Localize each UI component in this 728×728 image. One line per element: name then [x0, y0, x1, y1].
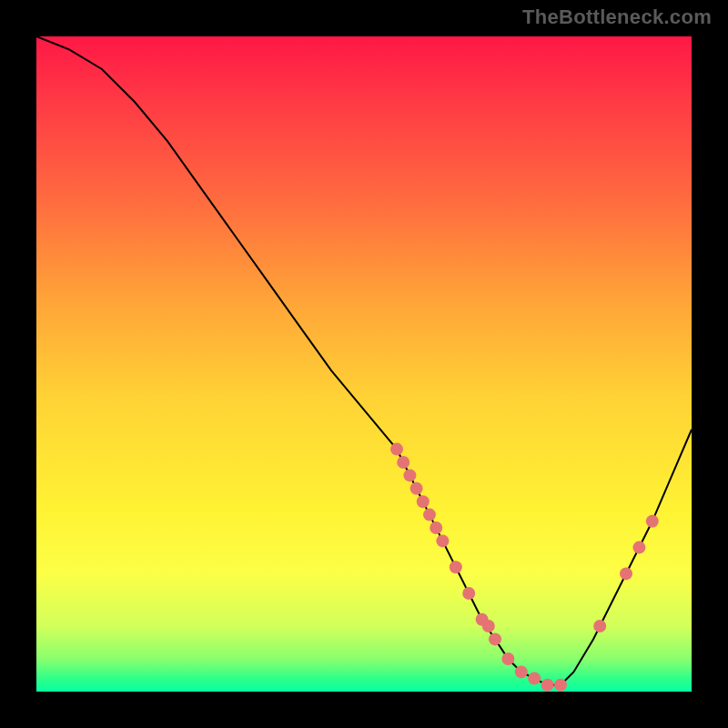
curve-marker: [646, 515, 659, 528]
curve-marker: [482, 620, 495, 632]
curve-marker: [397, 456, 410, 469]
curve-marker: [403, 469, 416, 481]
curve-marker: [593, 620, 606, 632]
curve-marker: [417, 495, 430, 508]
curve-marker: [528, 672, 541, 685]
chart-container: TheBottleneck.com: [0, 0, 728, 728]
plot-area: [36, 36, 692, 692]
attribution-label: TheBottleneck.com: [522, 5, 712, 29]
curve-markers: [390, 443, 659, 692]
curve-marker: [436, 534, 449, 547]
curve-marker: [423, 509, 436, 521]
curve-marker: [501, 652, 514, 665]
curve-marker: [489, 632, 501, 645]
curve-marker: [632, 541, 645, 554]
curve-marker: [620, 567, 632, 580]
curve-marker: [450, 561, 462, 573]
curve-marker: [430, 521, 442, 534]
bottleneck-curve: [36, 36, 692, 685]
curve-marker: [410, 482, 423, 495]
curve-marker: [541, 679, 554, 692]
curve-marker: [515, 665, 528, 678]
curve-marker: [462, 587, 475, 600]
curve-marker: [390, 443, 403, 456]
curve-marker: [554, 679, 567, 692]
plot-svg: [36, 36, 692, 692]
